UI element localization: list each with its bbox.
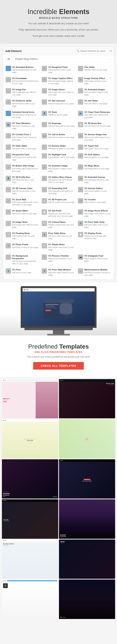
element-vc-team[interactable]: 👤 VC Team Add team to your page. <box>40 109 76 120</box>
search-box[interactable]: 🔍 <box>75 49 108 53</box>
element-vc-quote-slider[interactable]: ❝ VC Quote Slider Add quote slider to yo… <box>4 208 40 219</box>
element-vc-image-viewer[interactable]: 🔍 VC Image Viewer Add image with zoom ef… <box>40 87 76 98</box>
element-vc-photo-frame[interactable]: 🖼 VC Photo Frame Add Photo Frame to your… <box>4 242 40 252</box>
element-icon: 🖼 <box>78 77 83 82</box>
element-icon: 📷 <box>78 254 83 260</box>
close-button[interactable]: × <box>110 49 112 53</box>
element-vc-before-after[interactable]: ⇌ VC Before After Image Add before after… <box>4 163 40 174</box>
check-all-templates-button[interactable]: CHECK ALL TEMPLATES <box>33 362 84 370</box>
element-vc-price[interactable]: 💲 VC Price Add price to your page. <box>4 267 40 278</box>
element-icon: T <box>42 122 47 127</box>
element-flex-slider[interactable]: ▷ Flex Slider Add flex slider to your pa… <box>77 64 112 75</box>
element-vc-animated-buttons[interactable]: ▶ VC Animated Buttons Add animated butto… <box>4 64 40 75</box>
element-vc-price-table-softy[interactable]: 💲 VC Price Table Softy Add price table s… <box>77 219 112 230</box>
element-vc-get-posts[interactable]: 📄 VC Get Posts Display any post type wit… <box>40 208 76 219</box>
filter-tab-elegant[interactable]: Elegant Mega Addons <box>14 57 40 61</box>
element-empty-1 <box>77 242 112 252</box>
element-woocommerce[interactable]: 🛒 WooCommerce Module Add WooCommerce mod… <box>77 267 112 278</box>
element-vc-price-table-modern[interactable]: 💲 VC Price Table Modern Add price table … <box>40 267 76 278</box>
element-vc-image-hover[interactable]: 🖼 VC Image Hover Effects Add image hover… <box>77 208 112 219</box>
element-vc-background-perspective[interactable]: ⬚ VC Background Perspective Add backgrou… <box>4 253 40 267</box>
element-price-table-shiny[interactable]: 💲 Price Table Shiny Add price table shin… <box>40 230 76 241</box>
element-vc-colored-news[interactable]: 📰 VC Colored News Display colored news i… <box>40 219 76 230</box>
element-icon: 📄 <box>42 209 47 215</box>
element-icon: 📰 <box>6 232 11 237</box>
element-icon: ✦ <box>78 88 83 94</box>
template-lifestyle[interactable]: MODERN STYLES FOR <box>59 499 115 539</box>
template-beauty[interactable]: ●●●●● BEAUTY MAGAZINE <box>2 379 58 418</box>
filter-tab-all[interactable]: All <box>5 57 12 61</box>
monitor-screen <box>21 286 96 328</box>
element-vc-call-to-action[interactable]: 📢 VC Call to Action Add Call to action t… <box>40 132 76 142</box>
filter-more-icon[interactable]: ... <box>110 58 112 60</box>
element-vc-3d-canvas[interactable]: ⬡ VC 3D Canvas Lines Add 3D canvas lines… <box>4 186 40 196</box>
element-vc-instagram[interactable]: 📷 VC Instagram Feed Add Instagram Feed t… <box>77 253 112 267</box>
svg-rect-3 <box>45 304 58 305</box>
element-icon: ⊞ <box>78 153 83 158</box>
element-vc-isometric[interactable]: ◆ VC Isometric Image Add isometric image… <box>40 163 76 174</box>
template-music[interactable]: Ride I'm Just... <box>59 580 115 619</box>
element-icon: ◎ <box>78 99 83 105</box>
templates-gallery: ●●●●● BEAUTY MAGAZINE <box>0 377 117 621</box>
element-vc-zoom-wall[interactable]: ⊞ VC Zoom Wall Add image galleries with … <box>4 197 40 208</box>
element-vc-3d-profile[interactable]: 👤 VC 3D Profile Box Add 3D profile box t… <box>4 174 40 185</box>
element-vc-glide-slider[interactable]: ▷ VC Glide Slider Add glide slider to yo… <box>4 143 40 151</box>
template-blog[interactable]: WELCOME TO MY BLOG My Journal <box>2 419 58 458</box>
template-flowers[interactable]: 🌸 <box>59 419 115 458</box>
template-premium[interactable]: D <box>2 580 58 619</box>
element-vc-animated-canvas[interactable]: 🎨 VC Animated Canvas Add animated canvas… <box>77 174 112 185</box>
template-skincare[interactable]: SKIN CAR <box>59 379 115 418</box>
element-vc-display-posts[interactable]: 📄 VC Display Posts Display any post type… <box>77 230 112 241</box>
element-vc-owl-slider[interactable]: ◎ VC Owl Slider Add owl slider to your p… <box>77 98 112 109</box>
element-vc-floating-news[interactable]: 📰 VC Floating News Add floating news int… <box>4 230 40 241</box>
element-vc-formidable[interactable]: ≡ VC Formidable Add animated formidable … <box>4 76 40 86</box>
element-vc-3d-project[interactable]: 📋 VC 3D Project List Add 3D project list… <box>40 197 76 208</box>
element-animated-social-icons[interactable]: ★ Animated Social Icons Add animated soc… <box>4 109 40 120</box>
element-vc-animated-images[interactable]: ✦ VC Animated Images Add animated image … <box>77 87 112 98</box>
element-vc-counter[interactable]: 🔢 VC Counter Add counter to your page. <box>77 197 112 208</box>
element-vc-owl-carousel[interactable]: ◎ VC Owl Carousel Add owl carousel to yo… <box>40 98 76 109</box>
screen-dot-red <box>24 289 25 290</box>
template-workout[interactable]: WELCOME TO WORKOUT <box>2 499 58 539</box>
element-vc-typed-text[interactable]: | VC Typed Text Add Typed Text to your p… <box>77 143 112 151</box>
element-vc-gallery-blury[interactable]: 🖼 VC Gallery Blury Popup Add gallery wit… <box>40 174 76 185</box>
element-vc-gummy-slider[interactable]: ≈ VC Gummy Slider Add gummy slider to yo… <box>40 143 76 151</box>
element-vc-grid-gallery[interactable]: ⊞ VC Grid Gallery Add grid gallery to yo… <box>77 152 112 162</box>
hero-subtitle: MODULE BASIS STRUCTURE <box>6 16 111 19</box>
element-vc-dropcaps[interactable]: T VC Dropcaps Add text dropcaps to your … <box>40 120 76 131</box>
element-vc-doughnut-chart[interactable]: ◉ VC Doughnut Chart Add doughnut chart t… <box>40 64 76 75</box>
templates-title: Predefined Templates <box>6 343 111 350</box>
element-vc-team-members[interactable]: 👥 VC Team Members Add team members to yo… <box>4 120 40 131</box>
element-vc-expanding-grid[interactable]: ⊞ VC Expanding Grid Add expanding grid g… <box>40 186 76 196</box>
element-vc-clean-team[interactable]: 👥 VC Clean Team Showcase Add clean team … <box>77 109 112 120</box>
element-vc-kenburns[interactable]: ▶ VC Kenburns Slider Add kenburns slider… <box>4 98 40 109</box>
element-icon: ◎ <box>42 99 47 105</box>
element-vc-3d-hover[interactable]: ⬜ VC 3D Hover Box Add 3D hover box to yo… <box>77 120 112 131</box>
element-vc-image-pan[interactable]: ↔ VC Image Pan Add Image with pan effect… <box>4 87 40 98</box>
element-perspective-card[interactable]: ⧉ Perspective Card Add perspective card … <box>4 152 40 162</box>
monitor-section <box>0 282 117 336</box>
element-vc-process-timeline[interactable]: ⏱ VC Process Timeline Add process timeli… <box>40 253 76 267</box>
element-vc-service-image[interactable]: 🖼 VC Service Image Icon Add service with… <box>77 132 112 142</box>
hero-desc1: You can activate & deactivate any module… <box>6 22 111 26</box>
element-vc-simple-news[interactable]: 📰 VC Simple News Add simple news ticker … <box>40 242 76 252</box>
template-media[interactable]: Media <box>59 540 115 579</box>
element-vc-image-caption[interactable]: 🖼 VC Image Caption Effect Add animated i… <box>40 76 76 86</box>
element-image-overlay[interactable]: 🖼 Image Overlay Effect Add image overlay… <box>77 76 112 86</box>
element-vc-mega-menu[interactable]: ☰ VC Mega Menu Add Mega Menu to your pag… <box>77 163 112 174</box>
hero-title-plain: Incredible <box>28 8 59 16</box>
template-website[interactable]: WELCOME TO WEBSITE <box>2 540 58 579</box>
element-icon: 👤 <box>6 176 11 181</box>
element-icon: 🔢 <box>78 198 83 204</box>
element-icon: ⏱ <box>42 254 47 260</box>
hero-section: Incredible Elements MODULE BASIS STRUCTU… <box>0 0 117 44</box>
template-collection[interactable]: SUMMER COLLECTION <box>59 459 115 499</box>
element-vc-highlight-card[interactable]: ✦ VC Highlight Card Add highlight card t… <box>40 152 76 162</box>
svg-rect-1 <box>44 299 74 303</box>
element-vc-intense-gallery[interactable]: 🖼 VC Intense Gallery Add intense gallery… <box>77 186 112 196</box>
search-input[interactable] <box>80 50 107 52</box>
element-vc-contact-form[interactable]: ✉ VC Contact Form 7 Add Contact Form 7 f… <box>4 132 40 142</box>
element-vc-image-skew[interactable]: ↗ VC Image Skew Add image skew effects t… <box>4 219 40 230</box>
template-fashion[interactable]: THE NEW MODERN STYLES FOR YOU FASHION <box>2 459 58 499</box>
hero-title-bold: Elements <box>59 8 90 16</box>
